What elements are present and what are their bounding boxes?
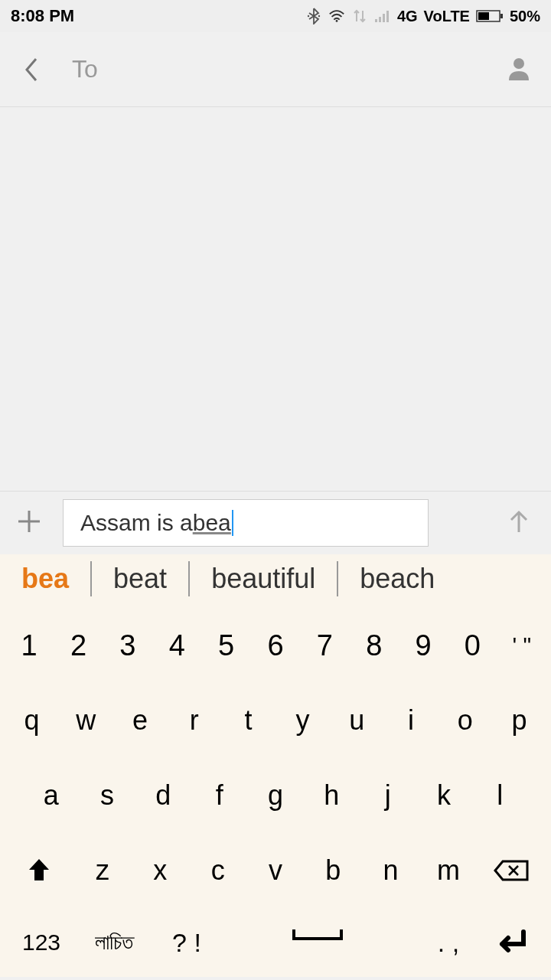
key-l[interactable]: l <box>472 758 528 833</box>
key-d[interactable]: d <box>135 758 191 833</box>
key-7[interactable]: 7 <box>300 608 349 683</box>
shift-key[interactable] <box>5 833 73 908</box>
key-b[interactable]: b <box>305 833 362 908</box>
key-q[interactable]: q <box>5 683 59 758</box>
status-right: 4G VoLTE 50% <box>305 8 540 25</box>
data-arrows-icon <box>351 8 368 24</box>
keyboard: 1 2 3 4 5 6 7 8 9 0 ' " q w e r t y u i … <box>0 603 551 977</box>
svg-point-1 <box>318 15 320 17</box>
signal-icon <box>374 8 391 24</box>
key-8[interactable]: 8 <box>350 608 399 683</box>
punct-key-1[interactable]: ? ! <box>156 928 217 958</box>
space-key[interactable] <box>217 928 418 957</box>
key-n[interactable]: n <box>362 833 419 908</box>
numeric-key[interactable]: 123 <box>11 929 72 956</box>
svg-rect-6 <box>386 11 389 22</box>
suggestion-item[interactable]: beautiful <box>190 563 337 595</box>
status-bar: 8:08 PM 4G VoLTE 50% <box>0 0 551 32</box>
suggestion-item[interactable]: beat <box>92 563 188 595</box>
key-t[interactable]: t <box>221 683 276 758</box>
suggestion-item[interactable]: beach <box>338 563 456 595</box>
key-3[interactable]: 3 <box>103 608 152 683</box>
svg-point-0 <box>308 15 309 17</box>
kb-row-zxcv: z x c v b n m <box>0 833 551 908</box>
key-v[interactable]: v <box>246 833 304 908</box>
key-4[interactable]: 4 <box>152 608 201 683</box>
key-k[interactable]: k <box>416 758 471 833</box>
key-quote[interactable]: ' " <box>497 608 546 683</box>
attach-button[interactable] <box>14 506 47 540</box>
network-label: 4G <box>397 8 418 25</box>
backspace-key[interactable] <box>478 833 546 908</box>
key-e[interactable]: e <box>113 683 168 758</box>
key-p[interactable]: p <box>492 683 546 758</box>
kb-row-qwerty: q w e r t y u i o p <box>0 683 551 758</box>
input-text-plain: Assam is a <box>80 510 193 536</box>
status-time: 8:08 PM <box>11 6 74 26</box>
cursor <box>232 510 233 536</box>
battery-icon <box>476 8 504 24</box>
key-9[interactable]: 9 <box>399 608 448 683</box>
svg-point-2 <box>336 20 338 22</box>
battery-label: 50% <box>510 8 540 25</box>
svg-rect-9 <box>500 14 503 18</box>
svg-point-10 <box>514 58 524 69</box>
key-r[interactable]: r <box>167 683 221 758</box>
input-row: Assam is a bea <box>0 492 551 554</box>
key-0[interactable]: 0 <box>448 608 497 683</box>
language-key[interactable]: লাচিত <box>72 930 156 956</box>
compose-header: To <box>0 32 551 107</box>
key-g[interactable]: g <box>247 758 303 833</box>
message-body[interactable] <box>0 107 551 492</box>
key-s[interactable]: s <box>79 758 135 833</box>
key-6[interactable]: 6 <box>251 608 300 683</box>
key-w[interactable]: w <box>59 683 113 758</box>
kb-bottom-row: 123 লাচিত ? ! . , <box>0 908 551 977</box>
svg-rect-5 <box>383 14 385 22</box>
key-2[interactable]: 2 <box>54 608 103 683</box>
svg-rect-4 <box>379 17 381 22</box>
wifi-icon <box>328 8 345 24</box>
key-z[interactable]: z <box>73 833 131 908</box>
key-5[interactable]: 5 <box>201 608 250 683</box>
key-f[interactable]: f <box>191 758 247 833</box>
svg-rect-3 <box>375 19 377 22</box>
input-text-underlined: bea <box>193 510 231 536</box>
key-1[interactable]: 1 <box>5 608 54 683</box>
to-field[interactable]: To <box>72 55 505 83</box>
message-input[interactable]: Assam is a bea <box>63 499 429 547</box>
enter-key[interactable] <box>479 929 540 956</box>
key-u[interactable]: u <box>330 683 384 758</box>
key-a[interactable]: a <box>23 758 79 833</box>
back-button[interactable] <box>15 54 46 85</box>
key-y[interactable]: y <box>276 683 330 758</box>
volte-label: VoLTE <box>424 8 470 25</box>
contact-icon[interactable] <box>505 54 536 85</box>
key-c[interactable]: c <box>189 833 246 908</box>
key-i[interactable]: i <box>384 683 439 758</box>
send-button[interactable] <box>504 506 537 540</box>
svg-rect-8 <box>478 12 489 20</box>
punct-key-2[interactable]: . , <box>418 928 479 958</box>
suggestion-primary[interactable]: bea <box>0 563 90 595</box>
key-o[interactable]: o <box>438 683 492 758</box>
key-j[interactable]: j <box>360 758 416 833</box>
key-m[interactable]: m <box>419 833 477 908</box>
suggestion-bar: bea beat beautiful beach <box>0 554 551 603</box>
bluetooth-icon <box>305 8 322 24</box>
key-h[interactable]: h <box>304 758 360 833</box>
kb-row-asdf: a s d f g h j k l <box>0 758 551 833</box>
key-x[interactable]: x <box>132 833 189 908</box>
kb-number-row: 1 2 3 4 5 6 7 8 9 0 ' " <box>0 608 551 683</box>
